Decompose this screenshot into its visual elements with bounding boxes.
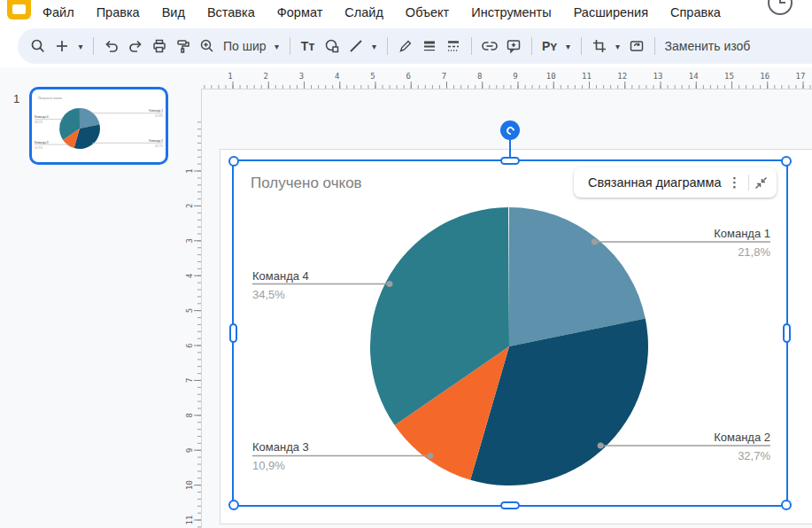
svg-text:10: 10 [185, 480, 194, 490]
svg-text:13: 13 [653, 72, 663, 81]
toolbar-divider [531, 37, 532, 55]
chip-kebab-menu-icon[interactable] [727, 175, 743, 190]
rotation-stem [509, 138, 511, 158]
svg-text:8: 8 [477, 72, 482, 81]
svg-text:1: 1 [185, 168, 194, 173]
crop-dropdown[interactable] [612, 34, 624, 58]
replace-image-button[interactable]: Заменить изоб [661, 34, 754, 58]
pie-label-percent-2: 32,7% [155, 144, 163, 148]
svg-text:17: 17 [796, 72, 806, 81]
pie-label-percent-3: 10,9% [35, 146, 43, 150]
vertical-ruler: 1234567891011 [182, 89, 202, 528]
selection-handle-top-right[interactable] [781, 156, 792, 167]
menu-item-вставка[interactable]: Вставка [207, 5, 255, 19]
crop-icon[interactable] [588, 34, 611, 58]
slide-thumbnail[interactable]: Команда 121,8%Команда 232,7%Команда 310,… [29, 87, 168, 165]
svg-text:14: 14 [689, 72, 699, 81]
shape-tool[interactable] [321, 34, 344, 58]
svg-text:6: 6 [406, 72, 411, 81]
svg-text:3: 3 [185, 238, 194, 243]
selection-handle-top[interactable] [500, 157, 520, 165]
slide-thumbnail-chart: Команда 121,8%Команда 232,7%Команда 310,… [32, 89, 166, 162]
insert-link-icon[interactable] [478, 34, 501, 58]
paint-format-icon[interactable] [172, 34, 195, 58]
menu-item-правка[interactable]: Правка [97, 5, 140, 19]
chip-divider [748, 175, 749, 190]
svg-text:5: 5 [370, 72, 375, 81]
add-slide-dropdown[interactable] [74, 34, 87, 58]
pie-label-name-2: Команда 2 [149, 139, 163, 143]
selection-handle-bottom-right[interactable] [781, 500, 792, 510]
svg-text:15: 15 [724, 72, 734, 81]
border-color-pencil-icon[interactable] [394, 34, 417, 58]
slide-filmstrip: 1 Команда 121,8%Команда 232,7%Команда 31… [0, 67, 182, 528]
toolbar-divider [387, 37, 388, 55]
menu-item-слайд[interactable]: Слайд [344, 5, 383, 19]
pie-label-percent-4: 34,5% [35, 120, 43, 124]
svg-text:4: 4 [185, 273, 194, 277]
border-dash-icon[interactable] [442, 34, 465, 58]
linked-chart-chip-label: Связанная диаграмма [588, 175, 722, 190]
svg-text:12: 12 [617, 72, 627, 81]
canvas-area: 1234567891011121314151617 1234567891011 … [182, 67, 812, 528]
py-tool-button[interactable]: Pʏ [538, 34, 561, 58]
svg-text:3: 3 [299, 72, 304, 81]
line-tool-dropdown[interactable] [368, 34, 381, 58]
svg-text:2: 2 [185, 204, 194, 208]
toolbar-divider [471, 37, 472, 55]
menu-item-файл[interactable]: Файл [43, 5, 74, 19]
main-toolbar: По шир Tт Pʏ [18, 28, 812, 64]
selection-handle-bottom[interactable] [500, 501, 520, 509]
zoom-fit-select[interactable]: По шир [220, 34, 270, 58]
redo-icon[interactable] [124, 34, 147, 58]
line-tool[interactable] [344, 34, 367, 58]
svg-text:6: 6 [185, 343, 194, 347]
toolbar-divider [581, 37, 582, 55]
svg-text:7: 7 [442, 72, 446, 81]
slides-logo-icon[interactable] [7, 0, 31, 19]
svg-text:9: 9 [513, 72, 517, 81]
svg-text:7: 7 [185, 378, 194, 383]
py-tool-dropdown[interactable] [562, 34, 575, 58]
svg-text:8: 8 [185, 413, 194, 417]
slide-number: 1 [13, 92, 19, 105]
svg-text:5: 5 [185, 308, 194, 313]
horizontal-ruler: 1234567891011121314151617 [202, 69, 812, 89]
zoom-fit-dropdown[interactable] [271, 34, 283, 58]
selection-handle-bottom-left[interactable] [228, 500, 239, 510]
linked-chart-chip[interactable]: Связанная диаграмма [574, 167, 777, 198]
undo-icon[interactable] [100, 34, 123, 58]
selection-handle-right[interactable] [783, 323, 791, 343]
rotate-icon [505, 125, 516, 136]
menu-item-объект[interactable]: Объект [406, 5, 449, 19]
app-window: ФайлПравкаВидВставкаФорматСлайдОбъектИнс… [0, 0, 812, 528]
menu-item-расширения[interactable]: Расширения [574, 5, 648, 19]
svg-text:9: 9 [185, 447, 194, 452]
menu-items: ФайлПравкаВидВставкаФорматСлайдОбъектИнс… [43, 0, 721, 25]
pie-label-name-3: Команда 3 [35, 141, 49, 144]
svg-text:11: 11 [185, 516, 194, 525]
replace-image-icon[interactable] [625, 34, 648, 58]
svg-text:1: 1 [228, 72, 232, 81]
menu-item-вид[interactable]: Вид [162, 5, 185, 19]
svg-text:10: 10 [546, 72, 556, 81]
print-icon[interactable] [148, 34, 171, 58]
version-history-clock-icon[interactable] [768, 0, 793, 15]
toolbar-divider [290, 37, 290, 55]
search-icon[interactable] [27, 34, 50, 58]
thumbnail-chart-title: Получено очков [38, 97, 62, 100]
selection-handle-left[interactable] [229, 323, 237, 343]
chip-collapse-icon[interactable] [754, 176, 768, 190]
text-box-tool[interactable]: Tт [297, 34, 320, 58]
zoom-in-icon[interactable] [196, 34, 219, 58]
add-comment-icon[interactable] [502, 34, 525, 58]
svg-text:4: 4 [335, 72, 339, 81]
add-slide-button[interactable] [50, 34, 73, 58]
menu-item-справка[interactable]: Справка [670, 5, 721, 19]
pie-label-name-4: Команда 4 [35, 115, 49, 119]
menu-item-формат[interactable]: Формат [277, 5, 323, 19]
selection-handle-top-left[interactable] [228, 156, 239, 167]
border-weight-icon[interactable] [418, 34, 441, 58]
menu-item-инструменты[interactable]: Инструменты [471, 5, 551, 19]
rotate-handle[interactable] [500, 120, 520, 140]
